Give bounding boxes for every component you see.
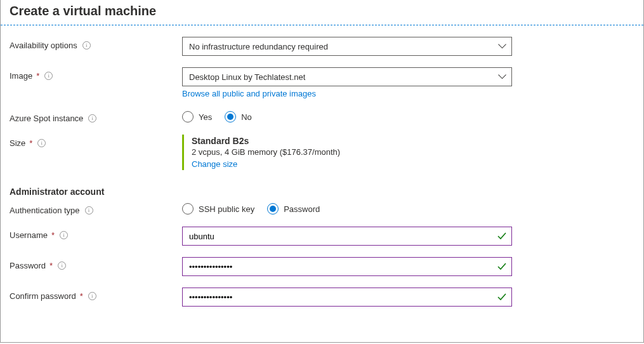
- required-marker: *: [36, 71, 39, 81]
- required-marker: *: [49, 261, 53, 270]
- radio-circle-icon: [225, 111, 236, 122]
- label-confirm-password: Confirm password * i: [10, 288, 182, 301]
- image-select[interactable]: Desktop Linux by Techlatest.net: [182, 67, 512, 86]
- valid-check-icon: [497, 292, 507, 302]
- valid-check-icon: [497, 231, 507, 241]
- info-icon[interactable]: i: [88, 292, 96, 300]
- info-icon[interactable]: i: [88, 114, 96, 122]
- spot-radio-group: Yes No: [182, 110, 512, 122]
- size-detail: 2 vcpus, 4 GiB memory ($176.37/month): [192, 147, 512, 157]
- row-availability: Availability options i No infrastructure…: [10, 37, 634, 56]
- availability-select[interactable]: No infrastructure redundancy required: [182, 37, 512, 56]
- spot-no-radio[interactable]: No: [225, 111, 252, 122]
- row-auth-type: Authentication type i SSH public key Pas…: [10, 202, 634, 215]
- auth-password-radio[interactable]: Password: [267, 203, 320, 215]
- row-spot: Azure Spot instance i Yes No: [10, 110, 634, 123]
- auth-radio-group: SSH public key Password: [182, 202, 512, 215]
- info-icon[interactable]: i: [37, 139, 46, 147]
- availability-value: No infrastructure redundancy required: [189, 42, 328, 51]
- info-icon[interactable]: i: [60, 231, 68, 239]
- row-username: Username * i: [10, 227, 634, 246]
- info-icon[interactable]: i: [44, 72, 53, 80]
- label-password: Password * i: [10, 257, 182, 270]
- row-confirm-password: Confirm password * i: [10, 288, 634, 307]
- browse-images-link[interactable]: Browse all public and private images: [182, 89, 512, 98]
- label-username: Username * i: [10, 227, 182, 240]
- change-size-link[interactable]: Change size: [192, 159, 512, 169]
- size-selection-box: Standard B2s 2 vcpus, 4 GiB memory ($176…: [182, 135, 512, 170]
- section-admin-account: Administrator account: [10, 187, 634, 197]
- label-availability: Availability options i: [10, 37, 182, 50]
- label-auth-type: Authentication type i: [10, 202, 182, 215]
- radio-circle-icon: [182, 111, 194, 122]
- tab-underline: [1, 25, 643, 25]
- row-image: Image * i Desktop Linux by Techlatest.ne…: [10, 67, 634, 98]
- required-marker: *: [51, 230, 55, 240]
- label-size: Size * i: [10, 135, 182, 148]
- info-icon[interactable]: i: [82, 41, 91, 50]
- radio-circle-icon: [182, 203, 194, 215]
- auth-ssh-radio[interactable]: SSH public key: [182, 203, 254, 215]
- radio-circle-icon: [267, 203, 279, 215]
- info-icon[interactable]: i: [58, 261, 66, 270]
- page-title: Create a virtual machine: [1, 0, 643, 25]
- required-marker: *: [29, 138, 32, 148]
- required-marker: *: [80, 291, 83, 301]
- info-icon[interactable]: i: [85, 206, 93, 215]
- spot-yes-radio[interactable]: Yes: [182, 111, 212, 122]
- label-image: Image * i: [10, 67, 182, 81]
- size-name: Standard B2s: [192, 136, 512, 146]
- password-input[interactable]: [182, 257, 512, 276]
- confirm-password-input[interactable]: [182, 288, 512, 307]
- row-size: Size * i Standard B2s 2 vcpus, 4 GiB mem…: [10, 135, 634, 170]
- image-value: Desktop Linux by Techlatest.net: [189, 72, 305, 82]
- row-password: Password * i: [10, 257, 634, 276]
- username-input[interactable]: [182, 227, 512, 246]
- label-spot: Azure Spot instance i: [10, 110, 182, 123]
- valid-check-icon: [497, 261, 507, 272]
